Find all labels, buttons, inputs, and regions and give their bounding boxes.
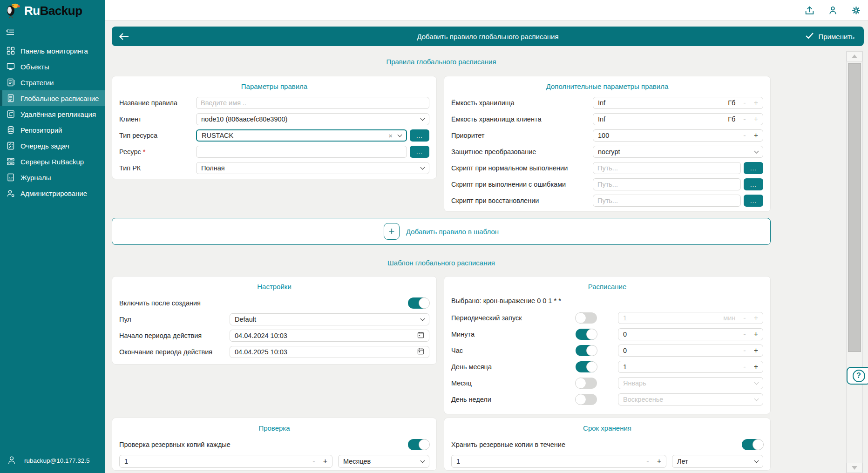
help-button[interactable]: ? xyxy=(847,367,868,385)
day-of-week-select[interactable]: Воскресенье xyxy=(618,393,763,405)
decrement-button[interactable]: - xyxy=(743,99,746,107)
pool-select[interactable]: Default xyxy=(230,313,429,325)
decrement-button[interactable]: - xyxy=(646,457,649,466)
sidebar-item-remote-replication[interactable]: Удалённая репликация xyxy=(0,106,105,122)
increment-button[interactable]: + xyxy=(754,363,758,371)
minute-input[interactable]: 0 -+ xyxy=(618,328,763,340)
sidebar-item-task-queue[interactable]: Очередь задач xyxy=(0,138,105,154)
increment-button[interactable]: + xyxy=(657,457,661,466)
month-select[interactable]: Январь xyxy=(618,377,763,389)
period-end-input[interactable]: 04.04.2025 10:03 xyxy=(230,346,429,358)
decrement-button[interactable]: - xyxy=(743,314,746,322)
resource-browse-button[interactable]: ... xyxy=(410,146,429,158)
sidebar-item-servers[interactable]: Серверы RuBackup xyxy=(0,154,105,169)
hour-toggle[interactable] xyxy=(576,345,597,356)
increment-button[interactable]: + xyxy=(754,314,758,322)
script-restore-browse-button[interactable]: ... xyxy=(744,195,763,207)
day-of-month-toggle[interactable] xyxy=(576,361,597,372)
servers-icon xyxy=(6,157,15,166)
periodic-run-toggle[interactable] xyxy=(576,312,597,324)
periodic-run-input[interactable]: 1 мин-+ xyxy=(618,312,763,324)
resource-input[interactable] xyxy=(196,146,407,158)
capacity-input[interactable]: Inf Гб-+ xyxy=(593,97,763,109)
decrement-button[interactable]: - xyxy=(743,363,746,371)
month-toggle[interactable] xyxy=(576,378,597,389)
resource-type-browse-button[interactable]: ... xyxy=(410,129,429,142)
decrement-button[interactable]: - xyxy=(743,115,746,123)
apply-button[interactable]: Применить xyxy=(805,32,854,41)
monitor-icon xyxy=(6,62,15,71)
sidebar-item-objects[interactable]: Объекты xyxy=(0,59,105,74)
scrollbar-up-button[interactable] xyxy=(847,51,862,61)
month-label: Месяц xyxy=(451,379,576,387)
schedule-card: Расписание Выбрано: крон-выражение 0 0 1… xyxy=(444,276,771,414)
retention-toggle[interactable] xyxy=(742,439,763,450)
increment-button[interactable]: + xyxy=(754,330,758,338)
verify-unit-select[interactable]: Месяцев xyxy=(338,455,429,468)
increment-button[interactable]: + xyxy=(754,346,758,355)
increment-button[interactable]: + xyxy=(323,457,327,466)
script-ok-input[interactable] xyxy=(593,162,741,174)
retention-interval-input[interactable]: 1 -+ xyxy=(451,455,666,468)
verify-toggle[interactable] xyxy=(408,439,429,450)
retention-label: Хранить резервные копии в течение xyxy=(451,441,742,448)
calendar-icon[interactable] xyxy=(417,348,424,356)
script-err-browse-button[interactable]: ... xyxy=(744,178,763,190)
period-end-value: 04.04.2025 10:03 xyxy=(235,348,287,356)
hour-input[interactable]: 0 -+ xyxy=(618,345,763,357)
extra-params-card: Дополнительные параметры правила Ёмкость… xyxy=(444,76,771,212)
sidebar-item-label: Очередь задач xyxy=(20,142,69,150)
verify-interval-input[interactable]: 1 -+ xyxy=(119,455,332,468)
enable-after-create-toggle[interactable] xyxy=(408,297,429,309)
periodic-run-label: Периодический запуск xyxy=(451,314,576,322)
clear-icon[interactable]: × xyxy=(388,132,393,140)
crypt-select[interactable]: nocrypt xyxy=(593,146,763,158)
script-err-input[interactable] xyxy=(593,178,741,190)
gear-icon[interactable] xyxy=(851,5,861,16)
sidebar-item-label: Объекты xyxy=(20,63,49,71)
sidebar-item-global-schedule[interactable]: Глобальное расписание xyxy=(0,90,105,106)
increment-button[interactable]: + xyxy=(754,115,758,123)
card-title: Срок хранения xyxy=(451,424,763,432)
retention-unit-select[interactable]: Лет xyxy=(672,455,763,468)
add-rule-to-template-button[interactable]: + Добавить правило в шаблон xyxy=(112,218,771,245)
user-account-icon[interactable] xyxy=(827,5,838,16)
upload-icon[interactable] xyxy=(804,5,815,16)
priority-input[interactable]: 100 -+ xyxy=(593,129,763,142)
period-end-label: Окончание периода действия xyxy=(119,348,230,356)
decrement-button[interactable]: - xyxy=(312,457,315,466)
rule-name-input[interactable] xyxy=(196,97,429,109)
increment-button[interactable]: + xyxy=(754,131,758,140)
period-start-input[interactable]: 04.04.2024 10:03 xyxy=(230,330,429,342)
sidebar-item-repository[interactable]: Репозиторий xyxy=(0,122,105,138)
calendar-icon[interactable] xyxy=(417,331,424,340)
vertical-scrollbar[interactable] xyxy=(846,51,863,473)
script-ok-browse-button[interactable]: ... xyxy=(744,162,763,174)
sidebar-item-administration[interactable]: Администрирование xyxy=(0,185,105,201)
client-capacity-input[interactable]: Inf Гб-+ xyxy=(593,113,763,125)
sidebar-item-strategies[interactable]: Стратегии xyxy=(0,74,105,90)
day-of-month-input[interactable]: 1 -+ xyxy=(618,361,763,373)
decrement-button[interactable]: - xyxy=(743,131,746,140)
scrollbar-down-button[interactable] xyxy=(847,463,862,473)
day-of-week-toggle[interactable] xyxy=(576,394,597,405)
client-select[interactable]: node10 (806aacefc80e3900) xyxy=(196,113,429,125)
sidebar-item-monitoring[interactable]: Панель мониторинга xyxy=(0,43,105,59)
periodic-run-value: 1 xyxy=(623,314,627,322)
decrement-button[interactable]: - xyxy=(743,330,746,338)
minute-toggle[interactable] xyxy=(576,329,597,340)
increment-button[interactable]: + xyxy=(754,99,758,107)
hour-value: 0 xyxy=(623,347,627,354)
client-capacity-label: Ёмкость хранилища клиента xyxy=(451,115,593,123)
sidebar-item-label: Панель мониторинга xyxy=(20,47,88,55)
backup-type-select[interactable]: Полная xyxy=(196,162,429,174)
sidebar-item-logs[interactable]: Журналы xyxy=(0,169,105,185)
admin-icon xyxy=(6,189,15,198)
script-restore-input[interactable] xyxy=(593,195,741,207)
sidebar-collapse-icon[interactable] xyxy=(5,28,17,38)
scrollbar-thumb[interactable] xyxy=(848,63,861,352)
decrement-button[interactable]: - xyxy=(743,346,746,355)
page-title: Добавить правило глобального расписания xyxy=(112,33,864,41)
resource-type-combo[interactable]: RUSTACK × xyxy=(196,129,407,142)
brand-text: RuBackup xyxy=(24,5,82,17)
